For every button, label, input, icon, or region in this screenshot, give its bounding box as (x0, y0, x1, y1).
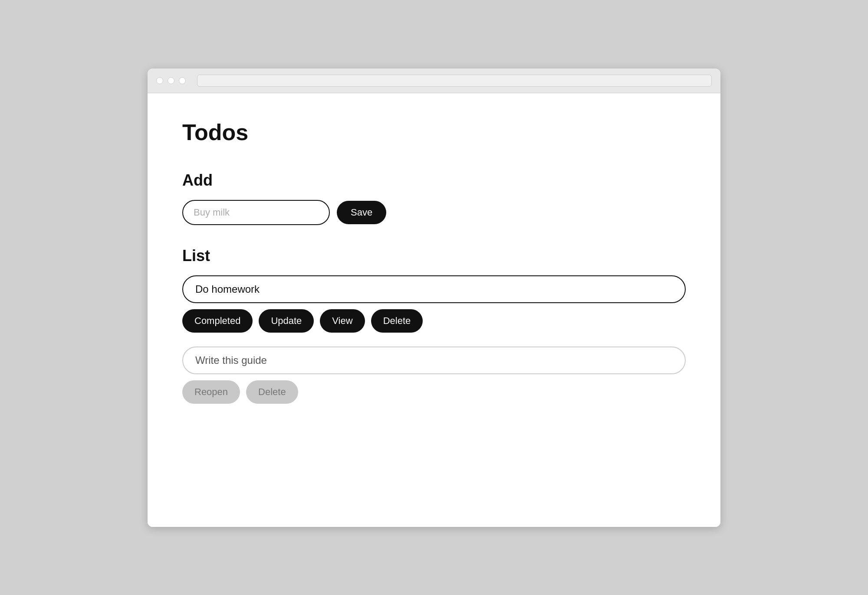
page-title: Todos (182, 119, 686, 145)
completed-button[interactable]: Completed (182, 309, 253, 333)
address-bar[interactable] (197, 75, 712, 87)
add-section: Add Save (182, 171, 686, 225)
todo-item-2-actions: Reopen Delete (182, 380, 686, 404)
view-button[interactable]: View (320, 309, 365, 333)
list-heading: List (182, 247, 686, 265)
list-section: List Completed Update View Delete Reopen… (182, 247, 686, 404)
save-button[interactable]: Save (337, 201, 386, 224)
browser-titlebar (148, 69, 720, 93)
browser-window: Todos Add Save List Completed Update Vie… (148, 69, 720, 527)
minimize-button-icon[interactable] (168, 77, 174, 84)
reopen-button[interactable]: Reopen (182, 380, 240, 404)
maximize-button-icon[interactable] (179, 77, 186, 84)
browser-content: Todos Add Save List Completed Update Vie… (148, 93, 720, 527)
update-button[interactable]: Update (259, 309, 314, 333)
add-todo-input[interactable] (182, 200, 330, 225)
add-row: Save (182, 200, 686, 225)
add-heading: Add (182, 171, 686, 190)
todo-item-2: Reopen Delete (182, 347, 686, 404)
delete-completed-button[interactable]: Delete (246, 380, 298, 404)
todo-item-1-actions: Completed Update View Delete (182, 309, 686, 333)
close-button-icon[interactable] (156, 77, 163, 84)
todo-item-1: Completed Update View Delete (182, 275, 686, 333)
todo-item-2-input[interactable] (182, 347, 686, 374)
todo-item-1-input[interactable] (182, 275, 686, 303)
delete-button[interactable]: Delete (371, 309, 423, 333)
